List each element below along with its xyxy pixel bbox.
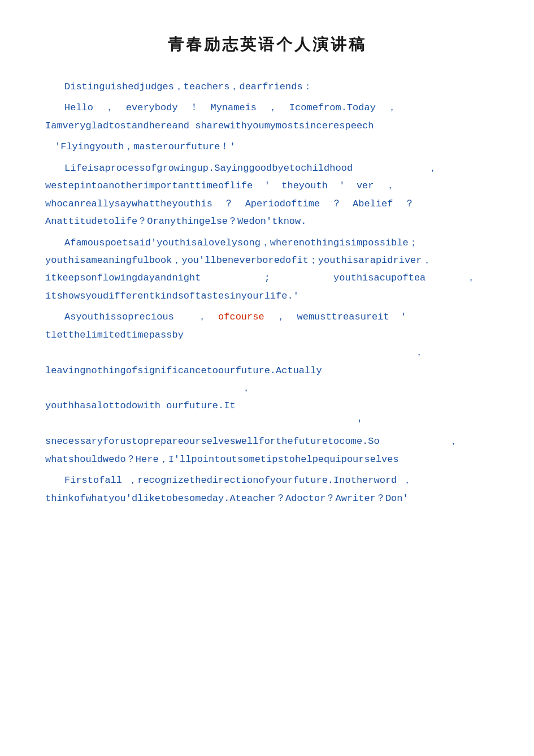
paragraph-4: Lifeisaprocessofgrowingup.Sayinggoodbyet… [45,159,489,231]
paragraph-1: Distinguishedjudges，teachers，dearfriends… [45,78,489,96]
paragraph-3-quote: 'Flyingyouth，masterourfuture！' [45,138,489,155]
paragraph-5: Afamouspoetsaid'youthisalovelysong，where… [45,234,489,305]
paragraph-6: Asyouthissoprecious ， ofcourse ， wemustt… [45,308,489,468]
content-block: Distinguishedjudges，teachers，dearfriends… [45,78,489,507]
document-container: 青春励志英语个人演讲稿 Distinguishedjudges，teachers… [45,34,489,507]
ofcourse-text: ofcourse [218,312,264,322]
paragraph-7: Firstofall ，recognizethedirectionofyourf… [45,472,489,507]
page-title: 青春励志英语个人演讲稿 [45,34,489,55]
paragraph-2: Hello ， everybody ！ Mynameis ， Icomefrom… [45,99,489,135]
